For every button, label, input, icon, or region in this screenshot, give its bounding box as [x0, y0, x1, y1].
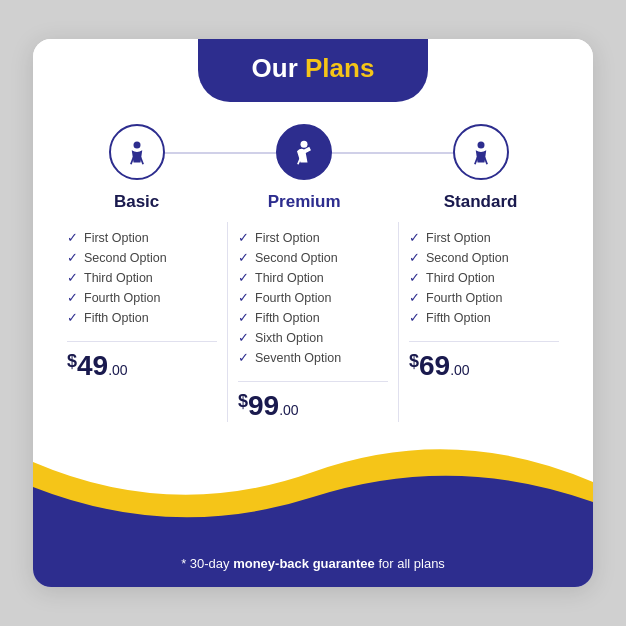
standard-title: Standard [444, 192, 518, 212]
basic-person-icon [123, 138, 151, 166]
check-icon: ✓ [409, 230, 420, 245]
premium-options: ✓First Option ✓Second Option ✓Third Opti… [238, 230, 388, 365]
basic-icon-circle [109, 124, 165, 180]
header-pill: Our Plans [198, 39, 429, 102]
svg-line-1 [130, 157, 133, 164]
check-icon: ✓ [238, 350, 249, 365]
footer-bold: money-back guarantee [233, 556, 375, 571]
plan-col-standard: ✓First Option ✓Second Option ✓Third Opti… [399, 222, 569, 422]
list-item: ✓Seventh Option [238, 350, 388, 365]
list-item: ✓Second Option [238, 250, 388, 265]
svg-line-4 [298, 158, 301, 164]
list-item: ✓Fifth Option [409, 310, 559, 325]
list-item: ✓Sixth Option [238, 330, 388, 345]
check-icon: ✓ [67, 250, 78, 265]
plan-premium-icon-wrap: Premium [268, 124, 341, 212]
premium-icon-circle [276, 124, 332, 180]
wave-svg [33, 432, 593, 542]
bottom-area: * 30-day money-back guarantee for all pl… [33, 432, 593, 587]
plans-content: Basic Premium [33, 124, 593, 432]
check-icon: ✓ [409, 310, 420, 325]
list-item: ✓Fourth Option [238, 290, 388, 305]
list-item: ✓Second Option [409, 250, 559, 265]
check-icon: ✓ [67, 230, 78, 245]
basic-options: ✓First Option ✓Second Option ✓Third Opti… [67, 230, 217, 325]
plans-cols: ✓First Option ✓Second Option ✓Third Opti… [57, 222, 569, 432]
check-icon: ✓ [409, 250, 420, 265]
svg-point-0 [133, 142, 140, 149]
basic-title: Basic [114, 192, 159, 212]
standard-icon-circle [453, 124, 509, 180]
list-item: ✓First Option [238, 230, 388, 245]
plan-col-premium: ✓First Option ✓Second Option ✓Third Opti… [228, 222, 399, 422]
plan-basic-icon-wrap: Basic [109, 124, 165, 212]
check-icon: ✓ [238, 270, 249, 285]
price-divider [67, 341, 217, 342]
price-divider [238, 381, 388, 382]
basic-price: $49.00 [67, 350, 217, 382]
check-icon: ✓ [238, 250, 249, 265]
premium-title: Premium [268, 192, 341, 212]
check-icon: ✓ [67, 270, 78, 285]
standard-price: $69.00 [409, 350, 559, 382]
list-item: ✓First Option [409, 230, 559, 245]
footer-before: * 30-day [181, 556, 233, 571]
list-item: ✓Fourth Option [409, 290, 559, 305]
standard-person-icon [467, 138, 495, 166]
plan-icons-row: Basic Premium [57, 124, 569, 212]
list-item: ✓Third Option [238, 270, 388, 285]
price-divider [409, 341, 559, 342]
premium-price: $99.00 [238, 390, 388, 422]
header-area: Our Plans [33, 39, 593, 102]
svg-line-6 [474, 157, 477, 164]
premium-person-icon [290, 138, 318, 166]
footer-after: for all plans [375, 556, 445, 571]
header-plans: Plans [305, 53, 374, 83]
check-icon: ✓ [409, 290, 420, 305]
check-icon: ✓ [238, 290, 249, 305]
check-icon: ✓ [238, 330, 249, 345]
list-item: ✓Second Option [67, 250, 217, 265]
check-icon: ✓ [238, 310, 249, 325]
check-icon: ✓ [67, 310, 78, 325]
footer-text: * 30-day money-back guarantee for all pl… [33, 542, 593, 587]
list-item: ✓Third Option [409, 270, 559, 285]
list-item: ✓First Option [67, 230, 217, 245]
svg-line-7 [484, 157, 487, 164]
svg-point-3 [301, 141, 308, 148]
header-our: Our [252, 53, 305, 83]
check-icon: ✓ [67, 290, 78, 305]
pricing-card: Our Plans Basic [33, 39, 593, 587]
list-item: ✓Fourth Option [67, 290, 217, 305]
standard-options: ✓First Option ✓Second Option ✓Third Opti… [409, 230, 559, 325]
list-item: ✓Third Option [67, 270, 217, 285]
svg-line-2 [140, 157, 143, 164]
plan-standard-icon-wrap: Standard [444, 124, 518, 212]
check-icon: ✓ [238, 230, 249, 245]
plan-col-basic: ✓First Option ✓Second Option ✓Third Opti… [57, 222, 228, 422]
svg-point-5 [477, 142, 484, 149]
check-icon: ✓ [409, 270, 420, 285]
list-item: ✓Fifth Option [67, 310, 217, 325]
list-item: ✓Fifth Option [238, 310, 388, 325]
